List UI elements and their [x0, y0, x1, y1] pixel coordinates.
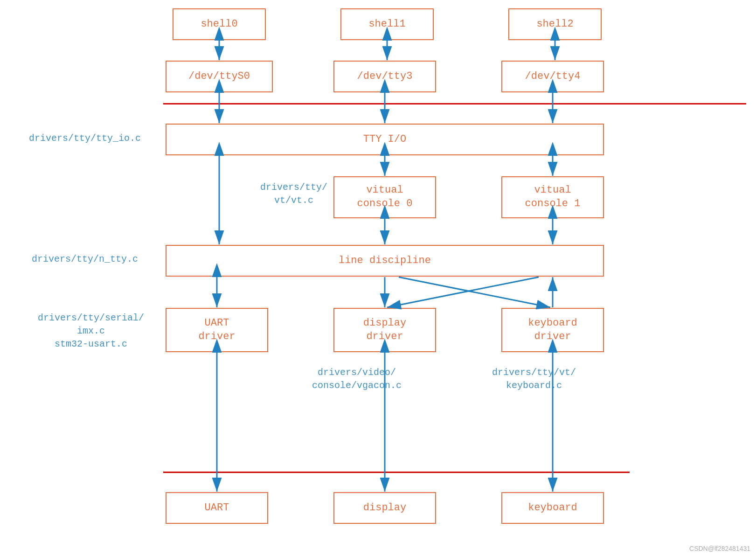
vgacon-label: drivers/video/console/vgacon.c — [294, 366, 420, 392]
tty-io-label: drivers/tty/tty_io.c — [6, 132, 164, 145]
ttyio-box: TTY I/O — [166, 124, 604, 155]
tty3-box: /dev/tty3 — [333, 61, 436, 92]
shell2-box: shell2 — [508, 8, 602, 40]
serial-label: drivers/tty/serial/imx.cstm32-usart.c — [16, 312, 166, 351]
tty4-box: /dev/tty4 — [501, 61, 604, 92]
linedisc-box: line discipline — [166, 245, 604, 277]
diagram: shell0 shell1 shell2 /dev/ttyS0 /dev/tty… — [0, 0, 756, 556]
display-hw-box: display — [333, 492, 436, 524]
red-line-bottom — [163, 472, 630, 473]
ttys0-box: /dev/ttyS0 — [166, 61, 273, 92]
uart-driver-box: UART driver — [166, 308, 268, 352]
svg-line-18 — [387, 277, 539, 307]
keyboard-driver-box: keyboard driver — [501, 308, 604, 352]
keyboard-c-label: drivers/tty/vt/keyboard.c — [469, 366, 599, 392]
uart-hw-box: UART — [166, 492, 268, 524]
vconsole1-box: vitual console 1 — [501, 176, 604, 218]
display-driver-box: display driver — [333, 308, 436, 352]
shell1-box: shell1 — [340, 8, 434, 40]
svg-line-17 — [399, 277, 550, 307]
watermark: CSDN@lf282481431 — [689, 545, 750, 552]
vconsole0-box: vitual console 0 — [333, 176, 436, 218]
vt-c-label: drivers/tty/vt/vt.c — [254, 181, 333, 207]
n-tty-label: drivers/tty/n_tty.c — [6, 253, 164, 266]
red-line-top — [163, 103, 746, 104]
shell0-box: shell0 — [173, 8, 266, 40]
keyboard-hw-box: keyboard — [501, 492, 604, 524]
